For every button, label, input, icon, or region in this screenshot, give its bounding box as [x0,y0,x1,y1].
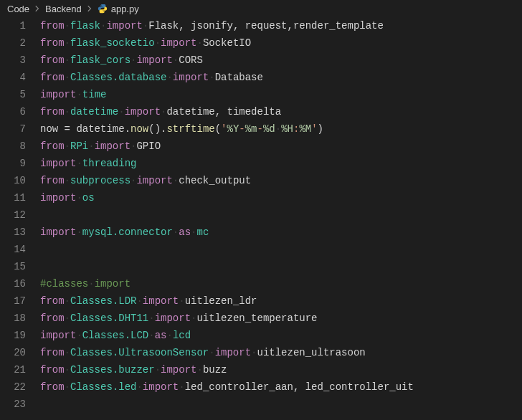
line-number: 7 [0,120,26,138]
line-number: 13 [0,224,26,241]
code-line[interactable]: #classes·import [40,275,522,292]
line-number: 8 [0,138,26,155]
code-line[interactable]: import·threading [40,155,522,172]
line-number: 12 [0,206,26,224]
code-line[interactable]: from·Classes.buzzer·import·buzz [40,361,522,378]
line-number: 2 [0,34,26,52]
line-number: 21 [0,361,26,378]
line-number: 9 [0,155,26,172]
breadcrumb: Code Backend app.py [0,0,522,17]
code-line[interactable]: import·os [40,189,522,206]
code-line[interactable]: from·datetime·import·datetime, timedelta [40,103,522,120]
line-number: 10 [0,172,26,189]
code-line[interactable]: from·flask·import·Flask, jsonify, reques… [40,17,522,34]
code-line[interactable]: import·mysql.connector·as·mc [40,224,522,241]
code-line[interactable] [40,206,522,224]
code-line[interactable] [40,396,522,413]
code-line[interactable]: import·time [40,86,522,103]
code-line[interactable]: from·Classes.led·import·led_controller_a… [40,378,522,396]
code-line[interactable]: from·Classes.DHT11·import·uitlezen_tempe… [40,310,522,327]
line-number: 3 [0,52,26,69]
line-number: 6 [0,103,26,120]
chevron-right-icon [85,4,94,13]
code-line[interactable]: from·subprocess·import·check_output [40,172,522,189]
python-icon [98,4,108,14]
code-line[interactable]: from·flask_cors·import·CORS [40,52,522,69]
line-number: 15 [0,258,26,275]
line-number: 17 [0,292,26,310]
code-line[interactable]: import·Classes.LCD·as·lcd [40,327,522,344]
line-number: 14 [0,241,26,258]
line-number: 5 [0,86,26,103]
line-number: 16 [0,275,26,292]
code-line[interactable]: from·Classes.database·import·Database [40,69,522,86]
code-content[interactable]: from·flask·import·Flask, jsonify, reques… [40,17,522,420]
breadcrumb-item[interactable]: Code [7,4,29,14]
line-number: 1 [0,17,26,34]
code-line[interactable]: from·flask_socketio·import·SocketIO [40,34,522,52]
code-line[interactable]: from·Classes.LDR·import·uitlezen_ldr [40,292,522,310]
line-number: 11 [0,189,26,206]
line-number: 23 [0,396,26,413]
code-editor[interactable]: 1234567891011121314151617181920212223 fr… [0,17,522,420]
line-number-gutter: 1234567891011121314151617181920212223 [0,17,40,420]
line-number: 18 [0,310,26,327]
breadcrumb-file[interactable]: app.py [111,4,139,14]
code-line[interactable]: from·Classes.UltrasoonSensor·import·uitl… [40,344,522,361]
chevron-right-icon [33,4,42,13]
breadcrumb-item[interactable]: Backend [45,4,82,14]
line-number: 22 [0,378,26,396]
code-line[interactable] [40,241,522,258]
code-line[interactable]: now = datetime.now().strftime('%Y-%m-%d·… [40,120,522,138]
line-number: 19 [0,327,26,344]
line-number: 20 [0,344,26,361]
code-line[interactable] [40,258,522,275]
line-number: 4 [0,69,26,86]
code-line[interactable]: from·RPi·import·GPIO [40,138,522,155]
